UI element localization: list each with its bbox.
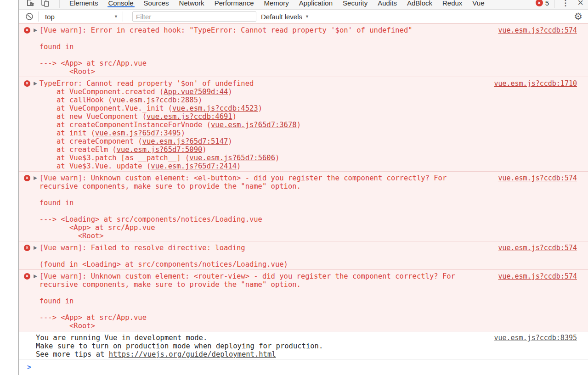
toolbar-divider: [554, 0, 555, 8]
expand-triangle-icon[interactable]: ▶: [34, 272, 37, 281]
source-location-link[interactable]: vue.esm.js?ccdb:2885: [112, 96, 198, 104]
message-source-link[interactable]: vue.esm.js?ccdb:574: [498, 174, 577, 182]
expand-triangle-icon[interactable]: ▶: [34, 174, 37, 183]
message-source-link[interactable]: vue.esm.js?ccdb:1710: [494, 79, 577, 88]
message-body: ×▶[Vue warn]: Failed to resolve directiv…: [23, 244, 491, 269]
error-icon: ×: [24, 27, 30, 34]
device-toolbar-icon[interactable]: [40, 0, 50, 7]
devtools-tab-bar: ElementsConsoleSourcesNetworkPerformance…: [19, 0, 588, 10]
source-location-link[interactable]: vue.esm.js?65d7:5606: [189, 154, 275, 162]
message-source-link[interactable]: vue.esm.js?ccdb:574: [498, 272, 577, 280]
overflow-menu-icon[interactable]: ⋮: [561, 0, 569, 8]
close-icon[interactable]: ×: [577, 0, 583, 7]
tab-network[interactable]: Network: [174, 0, 209, 10]
message-body: You are running Vue in development mode.…: [23, 334, 486, 358]
filter-input[interactable]: [132, 11, 256, 22]
tab-console[interactable]: Console: [103, 0, 139, 10]
settings-gear-icon[interactable]: ⚙: [574, 12, 582, 21]
console-prompt[interactable]: >: [19, 360, 588, 375]
error-icon: ×: [24, 80, 30, 87]
tab-audits[interactable]: Audits: [373, 0, 402, 10]
tab-performance[interactable]: Performance: [209, 0, 259, 10]
text-cursor: [37, 363, 37, 371]
error-icon: ×: [24, 175, 30, 181]
message-body: ×▶[Vue warn]: Error in created hook: "Ty…: [23, 26, 491, 76]
expand-triangle-icon[interactable]: ▶: [34, 243, 37, 252]
tab-application[interactable]: Application: [294, 0, 338, 10]
console-message: ×▶[Vue warn]: Unknown custom element: <e…: [19, 172, 588, 241]
source-location-link[interactable]: vue.esm.js?65d7:5147: [142, 137, 228, 146]
message-source-link[interactable]: vue.esm.js?ccdb:574: [498, 244, 577, 252]
message-text: [Vue warn]: Unknown custom element: <el-…: [40, 174, 447, 240]
context-selector-value: top: [45, 13, 55, 21]
clear-console-icon[interactable]: [25, 12, 34, 21]
message-text: [Vue warn]: Error in created hook: "Type…: [40, 26, 413, 76]
chevron-down-icon: ▼: [114, 14, 118, 19]
prompt-chevron-icon: >: [27, 363, 31, 371]
console-message: ×▶[Vue warn]: Failed to resolve directiv…: [19, 241, 588, 270]
execution-context-selector[interactable]: top ▼: [43, 13, 118, 21]
source-location-link[interactable]: vue.esm.js?65d7:2414: [151, 162, 237, 170]
source-location-link[interactable]: https://vuejs.org/guide/deployment.html: [109, 350, 276, 358]
chevron-down-icon: ▼: [305, 14, 309, 19]
source-location-link[interactable]: vue.esm.js?65d7:3678: [211, 121, 297, 129]
message-text: [Vue warn]: Unknown custom element: <rou…: [40, 272, 455, 330]
tab-strip: ElementsConsoleSourcesNetworkPerformance…: [19, 0, 588, 10]
error-badge-icon[interactable]: ×: [536, 0, 543, 6]
devtools-window: ElementsConsoleSourcesNetworkPerformance…: [18, 0, 588, 375]
inspect-element-icon[interactable]: [25, 0, 35, 7]
tab-security[interactable]: Security: [338, 0, 373, 10]
tab-vue[interactable]: Vue: [467, 0, 489, 10]
source-location-link[interactable]: vue.esm.js?65d7:3495: [95, 129, 181, 137]
tab-elements[interactable]: Elements: [64, 0, 103, 10]
toolbar-divider: [59, 0, 60, 8]
tab-adblock[interactable]: AdBlock: [402, 0, 437, 10]
message-text: [Vue warn]: Failed to resolve directive:…: [40, 244, 288, 269]
error-icon: ×: [24, 273, 30, 280]
tab-sources[interactable]: Sources: [139, 0, 174, 10]
source-location-link[interactable]: vue.esm.js?ccdb:4523: [172, 104, 258, 112]
tab-redux[interactable]: Redux: [437, 0, 467, 10]
source-location-link[interactable]: App.vue?509d:44: [164, 88, 228, 96]
tab-memory[interactable]: Memory: [259, 0, 294, 10]
message-text: TypeError: Cannot read property '$on' of…: [40, 79, 301, 170]
expand-triangle-icon[interactable]: ▶: [34, 79, 37, 88]
console-message: ×▶TypeError: Cannot read property '$on' …: [19, 77, 588, 172]
toolbar-divider: [38, 11, 39, 22]
console-toolbar: top ▼ Default levels ▼ ⚙: [19, 10, 588, 23]
console-message: ×▶[Vue warn]: Error in created hook: "Ty…: [19, 24, 588, 77]
toolbar-divider: [123, 11, 123, 22]
message-text: You are running Vue in development mode.…: [36, 334, 323, 358]
console-message: You are running Vue in development mode.…: [19, 331, 588, 360]
message-body: ×▶TypeError: Cannot read property '$on' …: [23, 79, 486, 170]
log-levels-label: Default levels: [261, 13, 302, 21]
message-source-link[interactable]: vue.esm.js?ccdb:574: [498, 26, 577, 34]
expand-triangle-icon[interactable]: ▶: [34, 26, 37, 35]
message-source-link[interactable]: vue.esm.js?ccdb:8395: [494, 334, 577, 342]
source-location-link[interactable]: vue.esm.js?65d7:5090: [117, 146, 203, 154]
tabbar-right-controls: × 5 ⋮ ×: [536, 0, 588, 8]
message-body: ×▶[Vue warn]: Unknown custom element: <r…: [23, 272, 491, 330]
source-location-link[interactable]: vue.esm.js?ccdb:4691: [147, 112, 232, 121]
console-messages: ×▶[Vue warn]: Error in created hook: "Ty…: [19, 23, 588, 360]
message-body: ×▶[Vue warn]: Unknown custom element: <e…: [23, 174, 491, 240]
log-levels-dropdown[interactable]: Default levels ▼: [261, 13, 309, 21]
error-icon: ×: [24, 245, 30, 251]
error-count: 5: [545, 0, 549, 7]
console-message: ×▶[Vue warn]: Unknown custom element: <r…: [19, 270, 588, 331]
